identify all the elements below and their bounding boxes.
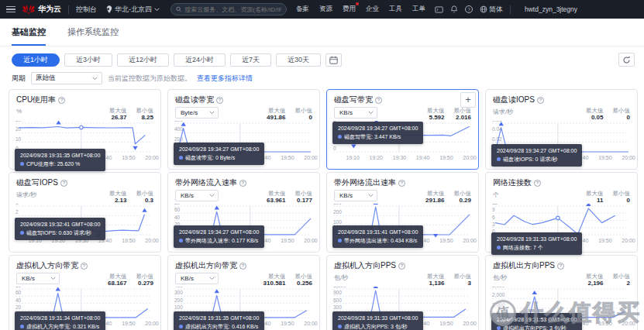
chart-area[interactable]: 0.060.040.0202024/09/28 19:34:27 GMT+08:…: [490, 121, 633, 155]
chart-area[interactable]: 8060402002024/09/28 19:31:34 GMT+08:00虚拟…: [13, 287, 157, 321]
header-menu-item[interactable]: 工单: [412, 5, 425, 14]
help-icon[interactable]: ?: [465, 5, 473, 13]
bell-icon[interactable]: [450, 5, 458, 13]
time-range-button[interactable]: 近1小时: [12, 53, 60, 67]
info-icon[interactable]: ?: [239, 263, 246, 270]
header-menu-item[interactable]: 企业: [366, 5, 379, 14]
info-icon[interactable]: ?: [60, 180, 67, 187]
metric-panel: 磁盘读IOPS?请求/秒最大值0.05最小值00.060.040.0202024…: [485, 89, 638, 170]
header-menu-item[interactable]: 费用: [343, 5, 356, 14]
time-range-button[interactable]: 近30天: [276, 53, 321, 67]
panel-title: 虚拟机入方向PPS: [334, 260, 396, 271]
console-link[interactable]: 控制台: [76, 5, 97, 15]
header-menu-item[interactable]: 资源: [319, 5, 332, 14]
max-min-label: 最小值: [454, 190, 472, 197]
x-tick-label: 19:50: [439, 155, 453, 160]
info-icon[interactable]: ?: [398, 263, 405, 270]
chart-area[interactable]: 64202024/09/28 19:34:27 GMT+08:00磁盘写带宽: …: [331, 121, 474, 155]
svg-text:12: 12: [492, 204, 498, 205]
username[interactable]: hwtd_zyn_3jtegny: [525, 5, 577, 13]
language-selector[interactable]: 简体: [480, 5, 503, 15]
svg-text:20: 20: [15, 304, 22, 310]
time-range-button[interactable]: 近24小时: [174, 53, 226, 67]
max-col: 最大值5.592: [427, 107, 445, 122]
hamburger-menu-icon[interactable]: [6, 6, 15, 13]
tooltip-value: 网络连接数: 7 个: [497, 243, 577, 252]
info-icon[interactable]: ?: [398, 180, 405, 187]
svg-text:6: 6: [492, 215, 495, 220]
tab-基础监控[interactable]: 基础监控: [12, 26, 46, 46]
info-icon[interactable]: ?: [81, 263, 88, 270]
expand-panel-button[interactable]: +: [460, 92, 476, 108]
info-icon[interactable]: ?: [216, 97, 223, 104]
panel-head: 虚拟机出方向PPS?: [486, 256, 637, 272]
panel-head: 带外网络流入速率?: [168, 173, 319, 189]
chart-area[interactable]: 30020010002024/09/28 19:31:41 GMT+08:00带…: [331, 204, 474, 238]
unit-select[interactable]: KB/s: [175, 273, 219, 284]
info-icon[interactable]: ?: [557, 263, 564, 270]
language-label: 简体: [489, 5, 503, 15]
header-menu-item[interactable]: 工具: [389, 5, 402, 14]
chart-area[interactable]: 32102024/09/28 19:32:41 GMT+08:00磁盘写IOPS…: [13, 204, 157, 238]
info-icon[interactable]: ?: [534, 180, 541, 187]
info-icon[interactable]: ?: [537, 97, 544, 104]
max-marker-icon: [374, 204, 378, 205]
region-selector[interactable]: 华北-北京四: [106, 5, 160, 15]
max-col: 最大值1,136: [427, 273, 445, 287]
max-min-label: 最小值: [454, 273, 472, 280]
region-name: 华北-北京四: [115, 5, 152, 15]
series-dot-icon: [338, 135, 342, 139]
console-window-icon[interactable]: [435, 6, 443, 13]
info-icon[interactable]: ?: [375, 97, 382, 104]
header-menu-item[interactable]: 备案: [296, 5, 309, 14]
info-icon[interactable]: ?: [239, 180, 246, 187]
chart-area[interactable]: 40030020010002024/09/28 19:31:35 GMT+08:…: [172, 287, 315, 321]
chart-area[interactable]: 1,20090060030002024/09/28 19:31:33 GMT+0…: [331, 287, 474, 321]
time-range-button[interactable]: 近12小时: [117, 53, 169, 67]
svg-text:3: 3: [15, 204, 19, 205]
unit-select[interactable]: KB/s: [16, 273, 60, 284]
series-dot-icon: [338, 325, 342, 328]
min-marker-icon: [433, 234, 438, 238]
tab-操作系统监控[interactable]: 操作系统监控: [67, 26, 119, 46]
info-icon[interactable]: ?: [58, 97, 65, 104]
unit-select[interactable]: KB/s: [334, 190, 377, 201]
more-metrics-link[interactable]: 查看更多指标详情: [197, 74, 253, 84]
custom-date-button[interactable]: [325, 53, 342, 67]
global-search[interactable]: [170, 3, 287, 15]
max-min-block: 最大值1,136最小值3: [427, 273, 471, 287]
chart-area[interactable]: 30201002024/09/28 19:31:35 GMT+08:00CPU使…: [13, 121, 157, 155]
svg-text:9: 9: [492, 207, 495, 212]
chart-area[interactable]: 1296302024/09/28 19:31:33 GMT+08:00网络连接数…: [490, 204, 633, 238]
time-range-button[interactable]: 近3小时: [64, 53, 112, 67]
time-range-button[interactable]: 近7天: [230, 53, 271, 67]
series-dot-icon: [497, 246, 501, 249]
huawei-cloud-logo[interactable]: 华为云: [22, 4, 61, 15]
x-tick-label: 19:50: [122, 155, 136, 160]
tooltip-time: 2024/09/28 19:34:27 GMT+08:00: [338, 124, 418, 132]
unit-select[interactable]: Byte/s: [175, 107, 219, 119]
chart-area[interactable]: 60040020002024/09/28 19:34:27 GMT+08:00磁…: [172, 121, 315, 155]
svg-text:40: 40: [174, 215, 181, 220]
tooltip-time: 2024/09/28 19:34:27 GMT+08:00: [179, 145, 259, 153]
x-tick-label: 20:00: [463, 155, 477, 160]
series-dot-icon: [20, 231, 24, 235]
max-marker-icon: [56, 121, 60, 124]
refresh-button[interactable]: [618, 53, 635, 67]
chart-tooltip: 2024/09/28 19:34:27 GMT+08:00磁盘写带宽: 3.44…: [332, 122, 423, 144]
chevron-down-icon: [209, 277, 215, 280]
max-min-label: 最大值: [268, 190, 286, 197]
unit-select[interactable]: KB/s: [334, 107, 377, 119]
search-input[interactable]: [184, 6, 281, 13]
chart-area[interactable]: 3,0002,0001,00002024/09/28 19:31:53 GMT+…: [490, 287, 633, 321]
globe-icon: [480, 5, 487, 13]
header-icons: ? 简体: [435, 5, 503, 15]
period-select[interactable]: 原始值: [31, 72, 102, 84]
tooltip-time: 2024/09/28 19:31:53 GMT+08:00: [497, 315, 577, 324]
tooltip-value: 虚拟机出方向带宽: 0.416 KB/s: [179, 322, 259, 330]
chart-area[interactable]: 8060402002024/09/28 19:34:27 GMT+08:00带外…: [172, 204, 315, 238]
unit-select[interactable]: KB/s: [175, 190, 219, 201]
min-col: 最小值0: [613, 190, 631, 205]
x-tick-label: 19:50: [122, 321, 136, 326]
chart-tooltip: 2024/09/28 19:31:53 GMT+08:00虚拟机出方向PPS: …: [491, 313, 582, 330]
